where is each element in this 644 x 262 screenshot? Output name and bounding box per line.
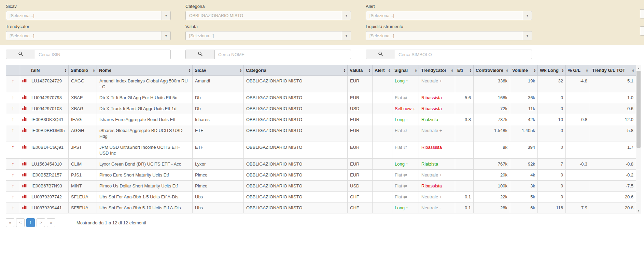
valuta-select[interactable]: [Seleziona...] ▾ bbox=[185, 31, 351, 40]
cutoff-select[interactable] bbox=[640, 9, 644, 18]
red-up-arrow-icon[interactable]: ↑ bbox=[12, 116, 14, 122]
bar-chart-icon[interactable] bbox=[22, 95, 27, 101]
scroll-up-arrow-icon[interactable]: ▴ bbox=[636, 65, 641, 70]
sort-icon[interactable]: ▴▾ bbox=[187, 69, 190, 72]
red-up-arrow-icon[interactable]: ↑ bbox=[12, 78, 14, 83]
page-1-button[interactable]: 1 bbox=[26, 218, 35, 227]
scrollbar-thumb[interactable] bbox=[636, 71, 641, 148]
sort-icon[interactable]: ▴▾ bbox=[238, 69, 241, 72]
search-isin-button[interactable] bbox=[6, 50, 35, 59]
sort-icon[interactable]: ▴▾ bbox=[92, 69, 95, 72]
sort-icon[interactable]: ▴▾ bbox=[387, 69, 390, 72]
alert-select[interactable]: [Seleziona...] ▾ bbox=[366, 11, 532, 20]
next-page-button[interactable]: > bbox=[37, 218, 45, 227]
chevron-down-icon[interactable]: ▾ bbox=[523, 31, 532, 40]
column-header-isin[interactable]: ISIN▴▾ bbox=[29, 65, 69, 76]
sort-icon[interactable]: ▴▾ bbox=[585, 69, 588, 72]
bar-chart-icon[interactable] bbox=[22, 161, 27, 167]
red-up-arrow-icon[interactable]: ↑ bbox=[12, 172, 14, 178]
column-header-label: Alert bbox=[375, 68, 385, 73]
cell-alert bbox=[373, 103, 392, 114]
sort-icon[interactable]: ▴▾ bbox=[532, 69, 535, 72]
column-header-alert[interactable]: Alert▴▾ bbox=[373, 65, 392, 76]
cell-isin-text: IE00BDBRDM35 bbox=[31, 128, 65, 133]
cell-nome-text: Ishares Euro Aggregate Bond Ucits Etf bbox=[99, 117, 176, 122]
cell-simbolo-text: SF1EUA bbox=[71, 194, 88, 199]
column-header-eti[interactable]: Eti▴▾ bbox=[455, 65, 474, 76]
red-up-arrow-icon[interactable]: ↑ bbox=[12, 94, 14, 100]
cell-volume: 6k bbox=[510, 202, 538, 213]
red-up-arrow-icon[interactable]: ↑ bbox=[12, 183, 14, 188]
trendycator-select[interactable]: [Seleziona...] ▾ bbox=[6, 31, 171, 40]
first-page-button[interactable]: « bbox=[6, 218, 14, 227]
column-header-simbolo[interactable]: Simbolo▴▾ bbox=[69, 65, 97, 76]
red-up-arrow-icon[interactable]: ↑ bbox=[12, 144, 14, 150]
red-up-arrow-icon[interactable]: ↑ bbox=[12, 127, 14, 133]
column-header-trendycator[interactable]: Trendycator▴▾ bbox=[419, 65, 455, 76]
search-nome-input[interactable] bbox=[215, 50, 351, 59]
column-header-volume[interactable]: Volume▴▾ bbox=[510, 65, 538, 76]
sort-icon[interactable]: ▴▾ bbox=[560, 69, 563, 72]
cell-simbolo: GAGG bbox=[69, 76, 97, 92]
column-header-nome[interactable]: Nome▴▾ bbox=[97, 65, 193, 76]
bar-chart-icon[interactable] bbox=[22, 194, 27, 200]
bar-chart-icon[interactable] bbox=[22, 128, 27, 133]
table-footer: « < 1 > » Mostrando da 1 a 12 di 12 elem… bbox=[0, 213, 644, 227]
sicav-select[interactable]: [Seleziona...] ▾ bbox=[6, 11, 171, 20]
column-header-trendy-g-l-tot[interactable]: Trendy G/L TOT▴▾ bbox=[590, 65, 636, 76]
cell-gl bbox=[566, 103, 590, 114]
chevron-down-icon[interactable]: ▾ bbox=[342, 11, 351, 20]
liquidita-select[interactable]: [Seleziona...] ▾ bbox=[366, 31, 532, 40]
prev-page-button[interactable]: < bbox=[16, 218, 25, 227]
column-header-wk-long[interactable]: Wk Long▴▾ bbox=[538, 65, 566, 76]
chevron-down-icon[interactable]: ▾ bbox=[342, 31, 351, 40]
bar-chart-icon[interactable] bbox=[22, 106, 27, 112]
sort-icon[interactable]: ▴▾ bbox=[631, 69, 634, 72]
cell-controvalore-text: 8k bbox=[503, 145, 507, 150]
cell-simbolo: JPST bbox=[69, 142, 97, 159]
sort-icon[interactable]: ▴▾ bbox=[63, 69, 66, 72]
red-up-arrow-icon[interactable]: ↑ bbox=[12, 205, 14, 210]
sort-icon[interactable]: ▴▾ bbox=[450, 69, 453, 72]
bar-chart-icon[interactable] bbox=[22, 117, 27, 122]
bar-chart-icon[interactable] bbox=[22, 205, 27, 211]
sort-icon[interactable]: ▴▾ bbox=[505, 69, 508, 72]
categoria-select[interactable]: OBBLIGAZIONARIO MISTO ▾ bbox=[185, 11, 351, 20]
cell-chart-action bbox=[20, 114, 29, 125]
scroll-down-arrow-icon[interactable]: ▾ bbox=[636, 208, 641, 213]
column-header-controvalore[interactable]: Controvalore▴▾ bbox=[474, 65, 510, 76]
cutoff-select[interactable] bbox=[640, 26, 644, 36]
cell-valuta: EUR bbox=[348, 92, 373, 103]
search-simbolo-input[interactable] bbox=[395, 50, 532, 59]
column-header-signal[interactable]: Signal▴▾ bbox=[392, 65, 419, 76]
chevron-down-icon[interactable]: ▾ bbox=[162, 11, 170, 20]
sort-icon[interactable]: ▴▾ bbox=[414, 69, 417, 72]
search-nome-button[interactable] bbox=[185, 50, 215, 59]
column-header--g-l[interactable]: % G/L▴▾ bbox=[566, 65, 590, 76]
cell-volume: 42k bbox=[510, 114, 538, 125]
bar-chart-icon[interactable] bbox=[22, 144, 27, 150]
bar-chart-icon[interactable] bbox=[22, 183, 27, 189]
bar-chart-icon[interactable] bbox=[22, 172, 27, 178]
chevron-down-icon[interactable]: ▾ bbox=[162, 31, 170, 40]
search-simbolo-button[interactable] bbox=[366, 50, 395, 59]
chevron-down-icon[interactable]: ▾ bbox=[523, 11, 532, 20]
last-page-button[interactable]: » bbox=[47, 218, 55, 227]
cell-eti-text: 0.1 bbox=[465, 194, 471, 199]
red-up-arrow-icon[interactable]: ↑ bbox=[12, 105, 14, 111]
red-up-arrow-icon[interactable]: ↑ bbox=[12, 194, 14, 199]
column-header-valuta[interactable]: Valuta▴▾ bbox=[348, 65, 373, 76]
filter-group-valuta: Valuta [Seleziona...] ▾ bbox=[185, 22, 351, 40]
search-isin-input[interactable] bbox=[35, 50, 171, 59]
sort-icon[interactable]: ▴▾ bbox=[468, 69, 471, 72]
sort-icon[interactable]: ▴▾ bbox=[342, 69, 345, 72]
column-header-categoria[interactable]: Categoria▴▾ bbox=[244, 65, 348, 76]
cell-volume-text: 11k bbox=[528, 106, 535, 111]
column-header-sicav[interactable]: Sicav▴▾ bbox=[193, 65, 244, 76]
cell-signal-text: Long ↑ bbox=[395, 205, 408, 210]
sort-icon[interactable]: ▴▾ bbox=[367, 69, 370, 72]
vertical-scrollbar[interactable]: ▴ ▾ bbox=[636, 65, 641, 213]
bar-chart-icon[interactable] bbox=[22, 78, 27, 84]
red-up-arrow-icon[interactable]: ↑ bbox=[12, 161, 14, 167]
cell-nome: Db X-Track Ii Barcl Gl Aggr Ucits Etf 1d bbox=[97, 103, 193, 114]
